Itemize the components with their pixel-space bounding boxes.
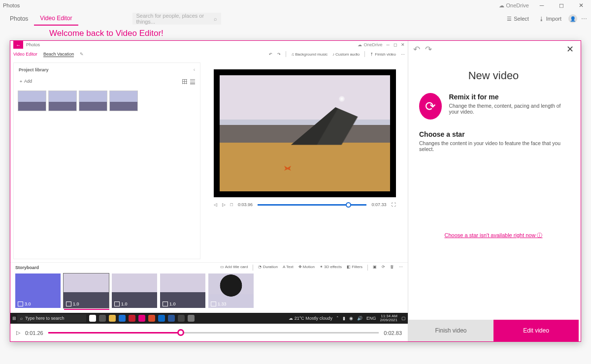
battery-icon[interactable]: ▮ — [343, 316, 345, 321]
story-more-icon[interactable]: ⋯ — [399, 265, 403, 271]
grid-view-icon[interactable] — [182, 79, 187, 84]
storyboard-clip[interactable]: 3.0 — [15, 273, 61, 308]
library-thumb[interactable] — [18, 91, 46, 111]
list-view-icon[interactable] — [190, 79, 195, 84]
app-title: Photos — [3, 2, 20, 8]
maximize-button[interactable]: ◻ — [555, 2, 568, 9]
panel-redo-icon[interactable]: ↷ — [425, 44, 432, 55]
remix-option[interactable]: ⟳ Remix it for me Change the theme, cont… — [408, 82, 579, 120]
finish-video-button[interactable]: Finish video — [408, 320, 493, 341]
inner-onedrive[interactable]: OneDrive — [364, 42, 383, 47]
storyboard-clip[interactable]: 1.33 — [208, 273, 254, 308]
import-icon: ⭳ — [539, 16, 544, 22]
select-icon: ☰ — [507, 16, 512, 22]
inner-more-icon[interactable]: ⋯ — [401, 52, 405, 57]
timeline-handle[interactable] — [177, 329, 184, 336]
finish-video-button[interactable]: ⭱ Finish video — [370, 52, 396, 57]
remix-icon: ⟳ — [419, 93, 442, 120]
inner-tab-project[interactable]: Beach Vacation — [43, 52, 74, 57]
volume-icon[interactable]: 🔊 — [357, 316, 362, 321]
3d-effects-button[interactable]: ✶ 3D effects — [320, 265, 342, 271]
search-input[interactable]: Search for people, places or things... ⌕ — [132, 13, 221, 25]
collapse-library-icon[interactable]: ‹ — [194, 67, 195, 72]
rotate-icon[interactable]: ⟳ — [382, 265, 385, 271]
motion-button[interactable]: ✥ Motion — [298, 265, 315, 271]
storyboard-label: Storyboard — [15, 265, 39, 270]
preview-seek-track[interactable] — [258, 204, 367, 206]
storyboard-clip[interactable]: 1.0 — [160, 273, 205, 308]
cortana-icon[interactable] — [89, 315, 96, 322]
prev-frame-button[interactable]: ◁ — [214, 202, 217, 207]
library-thumb[interactable] — [109, 91, 138, 111]
panel-undo-icon[interactable]: ↶ — [413, 44, 420, 55]
fullscreen-icon[interactable]: ⛶ — [392, 202, 396, 207]
edit-video-button[interactable]: Edit video — [493, 320, 579, 341]
onedrive-label[interactable]: OneDrive — [506, 2, 529, 8]
redo-icon[interactable]: ↷ — [277, 52, 281, 57]
seek-handle[interactable] — [346, 202, 351, 208]
weather-widget[interactable]: ☁ 21°C Mostly cloudy — [289, 316, 332, 321]
storyboard-clip[interactable]: 1.0 — [112, 273, 157, 308]
stop-button[interactable]: □ — [230, 202, 233, 207]
clip-duration: 1.0 — [114, 302, 128, 306]
custom-audio-button[interactable]: ♪ Custom audio — [332, 52, 360, 57]
preview-video[interactable] — [214, 69, 396, 197]
notifications-icon[interactable]: ▢ — [401, 316, 406, 321]
delete-icon[interactable]: 🗑 — [390, 265, 394, 271]
select-button[interactable]: ☰Select — [504, 14, 532, 24]
clock[interactable]: 11:34 AM2/09/2021 — [380, 314, 397, 322]
more-icon[interactable]: ⋯ — [581, 15, 587, 22]
edge-icon[interactable] — [119, 315, 126, 322]
panel-close-icon[interactable]: ✕ — [566, 44, 574, 55]
bg-music-button[interactable]: ♫ Background music — [291, 52, 328, 57]
inner-tab-video-editor[interactable]: Video Editor — [13, 52, 37, 57]
choose-star-option[interactable]: Choose a star Changes the content in you… — [408, 120, 579, 163]
crop-icon[interactable]: ▣ — [373, 265, 377, 271]
tab-video-editor[interactable]: Video Editor — [34, 12, 78, 26]
taskview-icon[interactable] — [99, 315, 106, 322]
taskbar-search[interactable]: ⌕Type here to search — [17, 314, 86, 322]
play-button[interactable]: ▷ — [16, 330, 20, 336]
avatar[interactable]: 👤 — [568, 14, 577, 23]
opera-icon[interactable] — [129, 315, 135, 322]
app-icon[interactable] — [158, 315, 165, 322]
project-library-panel: Project library ‹ ＋ Add — [13, 62, 200, 259]
play-button[interactable]: ▷ — [222, 202, 226, 207]
library-thumb[interactable] — [48, 91, 77, 111]
app-icon[interactable] — [148, 315, 155, 322]
storyboard-clip[interactable]: 1.0 — [64, 273, 109, 308]
settings-icon[interactable] — [188, 315, 195, 322]
divider — [364, 51, 365, 57]
photos-icon[interactable] — [138, 315, 145, 322]
close-button[interactable]: ✕ — [574, 2, 588, 9]
inner-close[interactable]: ✕ — [401, 42, 405, 47]
preview-time-current: 0:03.96 — [238, 202, 253, 207]
filters-button[interactable]: ◧ Filters — [347, 265, 362, 271]
app-icon[interactable] — [178, 315, 185, 322]
tab-photos[interactable]: Photos — [4, 12, 34, 25]
edit-name-icon[interactable]: ✎ — [80, 52, 84, 57]
remix-desc: Change the theme, content, pacing and le… — [449, 103, 568, 115]
word-icon[interactable] — [168, 315, 175, 322]
add-button[interactable]: ＋ Add — [19, 78, 32, 85]
add-title-card-button[interactable]: ▭ Add title card — [220, 265, 248, 271]
inner-minimize[interactable]: ─ — [387, 42, 390, 47]
tray-chevron-icon[interactable]: ˄ — [336, 316, 339, 321]
welcome-heading: Welcome back to Video Editor! — [0, 27, 591, 40]
back-button[interactable]: ← — [13, 41, 23, 49]
import-button[interactable]: ⭳Import — [536, 14, 564, 24]
start-icon[interactable]: ⊞ — [12, 316, 16, 321]
lang-indicator[interactable]: ENG — [366, 316, 376, 321]
wifi-icon[interactable]: ◉ — [349, 316, 353, 321]
remix-title: Remix it for me — [449, 93, 568, 101]
undo-icon[interactable]: ↶ — [269, 52, 272, 57]
explorer-icon[interactable] — [109, 315, 116, 322]
timeline-track[interactable] — [48, 332, 379, 334]
library-thumb[interactable] — [79, 91, 107, 111]
minimize-button[interactable]: ─ — [535, 2, 549, 9]
duration-button[interactable]: ◔ Duration — [258, 265, 277, 271]
inner-maximize[interactable]: ◻ — [394, 42, 397, 47]
text-button[interactable]: A Text — [283, 265, 294, 271]
onedrive-icon: ☁ — [499, 2, 504, 9]
star-unavailable-link[interactable]: Choose a star isn't available right now … — [408, 232, 579, 239]
